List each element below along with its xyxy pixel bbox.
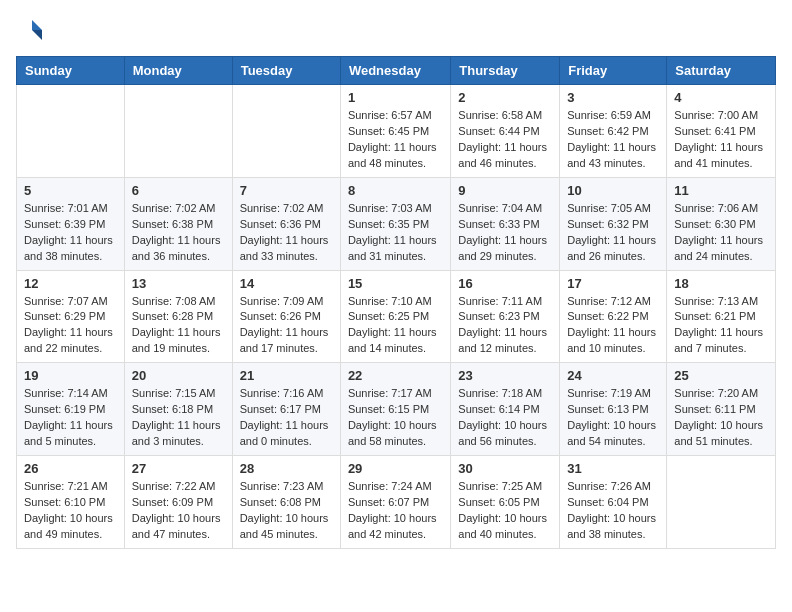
day-number: 1 — [348, 90, 443, 105]
calendar-week-row: 19 Sunrise: 7:14 AM Sunset: 6:19 PM Dayl… — [17, 363, 776, 456]
day-of-week-header: Monday — [124, 57, 232, 85]
calendar-day-cell: 23 Sunrise: 7:18 AM Sunset: 6:14 PM Dayl… — [451, 363, 560, 456]
svg-marker-1 — [32, 30, 42, 40]
calendar-day-cell: 28 Sunrise: 7:23 AM Sunset: 6:08 PM Dayl… — [232, 456, 340, 549]
calendar-day-cell: 13 Sunrise: 7:08 AM Sunset: 6:28 PM Dayl… — [124, 270, 232, 363]
calendar-day-cell: 5 Sunrise: 7:01 AM Sunset: 6:39 PM Dayli… — [17, 177, 125, 270]
calendar-day-cell: 31 Sunrise: 7:26 AM Sunset: 6:04 PM Dayl… — [560, 456, 667, 549]
day-info: Sunrise: 6:58 AM Sunset: 6:44 PM Dayligh… — [458, 108, 552, 172]
day-number: 8 — [348, 183, 443, 198]
day-info: Sunrise: 7:17 AM Sunset: 6:15 PM Dayligh… — [348, 386, 443, 450]
calendar-day-cell: 17 Sunrise: 7:12 AM Sunset: 6:22 PM Dayl… — [560, 270, 667, 363]
calendar-day-cell: 24 Sunrise: 7:19 AM Sunset: 6:13 PM Dayl… — [560, 363, 667, 456]
day-number: 18 — [674, 276, 768, 291]
calendar-day-cell — [124, 85, 232, 178]
calendar-day-cell: 9 Sunrise: 7:04 AM Sunset: 6:33 PM Dayli… — [451, 177, 560, 270]
day-number: 21 — [240, 368, 333, 383]
day-number: 2 — [458, 90, 552, 105]
day-info: Sunrise: 7:16 AM Sunset: 6:17 PM Dayligh… — [240, 386, 333, 450]
day-number: 15 — [348, 276, 443, 291]
day-number: 5 — [24, 183, 117, 198]
day-info: Sunrise: 7:12 AM Sunset: 6:22 PM Dayligh… — [567, 294, 659, 358]
calendar-week-row: 26 Sunrise: 7:21 AM Sunset: 6:10 PM Dayl… — [17, 456, 776, 549]
calendar-day-cell: 29 Sunrise: 7:24 AM Sunset: 6:07 PM Dayl… — [340, 456, 450, 549]
day-number: 11 — [674, 183, 768, 198]
day-number: 20 — [132, 368, 225, 383]
calendar-day-cell: 6 Sunrise: 7:02 AM Sunset: 6:38 PM Dayli… — [124, 177, 232, 270]
calendar-day-cell: 15 Sunrise: 7:10 AM Sunset: 6:25 PM Dayl… — [340, 270, 450, 363]
day-info: Sunrise: 7:13 AM Sunset: 6:21 PM Dayligh… — [674, 294, 768, 358]
day-info: Sunrise: 7:25 AM Sunset: 6:05 PM Dayligh… — [458, 479, 552, 543]
day-number: 6 — [132, 183, 225, 198]
day-number: 13 — [132, 276, 225, 291]
day-info: Sunrise: 7:10 AM Sunset: 6:25 PM Dayligh… — [348, 294, 443, 358]
day-info: Sunrise: 6:57 AM Sunset: 6:45 PM Dayligh… — [348, 108, 443, 172]
calendar-day-cell: 10 Sunrise: 7:05 AM Sunset: 6:32 PM Dayl… — [560, 177, 667, 270]
calendar-day-cell: 7 Sunrise: 7:02 AM Sunset: 6:36 PM Dayli… — [232, 177, 340, 270]
day-info: Sunrise: 7:04 AM Sunset: 6:33 PM Dayligh… — [458, 201, 552, 265]
day-number: 30 — [458, 461, 552, 476]
calendar-day-cell: 4 Sunrise: 7:00 AM Sunset: 6:41 PM Dayli… — [667, 85, 776, 178]
calendar-day-cell — [667, 456, 776, 549]
day-number: 7 — [240, 183, 333, 198]
calendar-day-cell: 19 Sunrise: 7:14 AM Sunset: 6:19 PM Dayl… — [17, 363, 125, 456]
calendar-day-cell — [17, 85, 125, 178]
day-info: Sunrise: 7:08 AM Sunset: 6:28 PM Dayligh… — [132, 294, 225, 358]
day-number: 4 — [674, 90, 768, 105]
day-of-week-header: Sunday — [17, 57, 125, 85]
calendar-day-cell: 16 Sunrise: 7:11 AM Sunset: 6:23 PM Dayl… — [451, 270, 560, 363]
day-of-week-header: Saturday — [667, 57, 776, 85]
day-number: 19 — [24, 368, 117, 383]
day-info: Sunrise: 7:09 AM Sunset: 6:26 PM Dayligh… — [240, 294, 333, 358]
day-info: Sunrise: 6:59 AM Sunset: 6:42 PM Dayligh… — [567, 108, 659, 172]
day-info: Sunrise: 7:02 AM Sunset: 6:36 PM Dayligh… — [240, 201, 333, 265]
calendar-day-cell: 1 Sunrise: 6:57 AM Sunset: 6:45 PM Dayli… — [340, 85, 450, 178]
day-info: Sunrise: 7:26 AM Sunset: 6:04 PM Dayligh… — [567, 479, 659, 543]
day-info: Sunrise: 7:00 AM Sunset: 6:41 PM Dayligh… — [674, 108, 768, 172]
calendar-week-row: 1 Sunrise: 6:57 AM Sunset: 6:45 PM Dayli… — [17, 85, 776, 178]
calendar-day-cell: 2 Sunrise: 6:58 AM Sunset: 6:44 PM Dayli… — [451, 85, 560, 178]
day-number: 25 — [674, 368, 768, 383]
calendar-day-cell: 18 Sunrise: 7:13 AM Sunset: 6:21 PM Dayl… — [667, 270, 776, 363]
day-of-week-header: Thursday — [451, 57, 560, 85]
day-info: Sunrise: 7:07 AM Sunset: 6:29 PM Dayligh… — [24, 294, 117, 358]
svg-marker-0 — [32, 20, 42, 30]
day-number: 16 — [458, 276, 552, 291]
day-number: 9 — [458, 183, 552, 198]
day-number: 14 — [240, 276, 333, 291]
page-header — [16, 16, 776, 44]
day-info: Sunrise: 7:14 AM Sunset: 6:19 PM Dayligh… — [24, 386, 117, 450]
day-number: 12 — [24, 276, 117, 291]
day-info: Sunrise: 7:21 AM Sunset: 6:10 PM Dayligh… — [24, 479, 117, 543]
day-info: Sunrise: 7:06 AM Sunset: 6:30 PM Dayligh… — [674, 201, 768, 265]
day-info: Sunrise: 7:02 AM Sunset: 6:38 PM Dayligh… — [132, 201, 225, 265]
day-info: Sunrise: 7:22 AM Sunset: 6:09 PM Dayligh… — [132, 479, 225, 543]
day-of-week-header: Tuesday — [232, 57, 340, 85]
day-number: 10 — [567, 183, 659, 198]
calendar-day-cell: 21 Sunrise: 7:16 AM Sunset: 6:17 PM Dayl… — [232, 363, 340, 456]
day-number: 26 — [24, 461, 117, 476]
logo-icon — [16, 16, 44, 44]
calendar-day-cell: 22 Sunrise: 7:17 AM Sunset: 6:15 PM Dayl… — [340, 363, 450, 456]
day-info: Sunrise: 7:05 AM Sunset: 6:32 PM Dayligh… — [567, 201, 659, 265]
day-info: Sunrise: 7:15 AM Sunset: 6:18 PM Dayligh… — [132, 386, 225, 450]
day-number: 17 — [567, 276, 659, 291]
calendar-header-row: SundayMondayTuesdayWednesdayThursdayFrid… — [17, 57, 776, 85]
calendar-day-cell: 14 Sunrise: 7:09 AM Sunset: 6:26 PM Dayl… — [232, 270, 340, 363]
calendar-day-cell: 3 Sunrise: 6:59 AM Sunset: 6:42 PM Dayli… — [560, 85, 667, 178]
calendar-day-cell: 20 Sunrise: 7:15 AM Sunset: 6:18 PM Dayl… — [124, 363, 232, 456]
calendar-table: SundayMondayTuesdayWednesdayThursdayFrid… — [16, 56, 776, 549]
day-info: Sunrise: 7:20 AM Sunset: 6:11 PM Dayligh… — [674, 386, 768, 450]
day-info: Sunrise: 7:23 AM Sunset: 6:08 PM Dayligh… — [240, 479, 333, 543]
calendar-day-cell: 30 Sunrise: 7:25 AM Sunset: 6:05 PM Dayl… — [451, 456, 560, 549]
calendar-day-cell: 26 Sunrise: 7:21 AM Sunset: 6:10 PM Dayl… — [17, 456, 125, 549]
calendar-day-cell: 8 Sunrise: 7:03 AM Sunset: 6:35 PM Dayli… — [340, 177, 450, 270]
day-of-week-header: Wednesday — [340, 57, 450, 85]
day-number: 29 — [348, 461, 443, 476]
day-info: Sunrise: 7:11 AM Sunset: 6:23 PM Dayligh… — [458, 294, 552, 358]
day-info: Sunrise: 7:03 AM Sunset: 6:35 PM Dayligh… — [348, 201, 443, 265]
calendar-day-cell: 12 Sunrise: 7:07 AM Sunset: 6:29 PM Dayl… — [17, 270, 125, 363]
calendar-day-cell: 27 Sunrise: 7:22 AM Sunset: 6:09 PM Dayl… — [124, 456, 232, 549]
day-number: 3 — [567, 90, 659, 105]
logo — [16, 16, 48, 44]
